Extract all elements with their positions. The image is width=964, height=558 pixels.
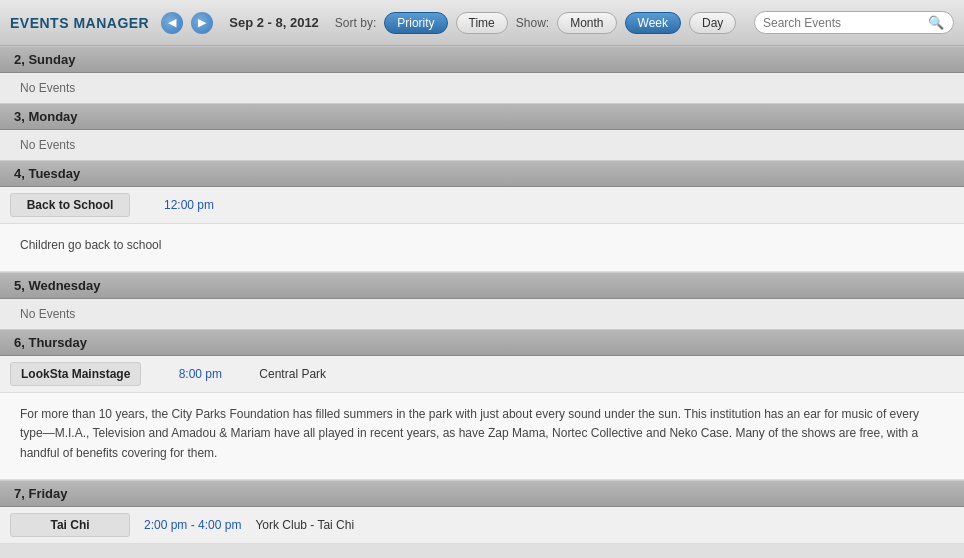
- event-title-back-to-school: Back to School: [10, 193, 130, 217]
- event-time-tai-chi: 2:00 pm - 4:00 pm: [144, 518, 241, 532]
- day-header-monday: 3, Monday: [0, 103, 964, 130]
- show-month-button[interactable]: Month: [557, 12, 616, 34]
- show-label: Show:: [516, 16, 549, 30]
- event-title-looksta: LookSta Mainstage: [10, 362, 141, 386]
- search-icon: 🔍: [928, 15, 944, 30]
- event-row-looksta[interactable]: LookSta Mainstage 8:00 pm Central Park: [0, 356, 964, 393]
- no-events-monday: No Events: [0, 130, 964, 160]
- event-location-looksta: Central Park: [259, 367, 326, 381]
- day-header-friday: 7, Friday: [0, 480, 964, 507]
- sort-priority-button[interactable]: Priority: [384, 12, 447, 34]
- no-events-wednesday: No Events: [0, 299, 964, 329]
- app-title: EVENTS MANAGER: [10, 15, 149, 31]
- event-time-looksta: 8:00 pm: [155, 367, 245, 381]
- search-input[interactable]: [763, 16, 928, 30]
- event-title-tai-chi: Tai Chi: [10, 513, 130, 537]
- day-section-thursday: 6, Thursday LookSta Mainstage 8:00 pm Ce…: [0, 329, 964, 480]
- calendar-content: 2, Sunday No Events 3, Monday No Events …: [0, 46, 964, 558]
- day-section-monday: 3, Monday No Events: [0, 103, 964, 160]
- event-detail-back-to-school: Children go back to school: [0, 224, 964, 272]
- date-range: Sep 2 - 8, 2012: [229, 15, 319, 30]
- next-nav-button[interactable]: ▶: [191, 12, 213, 34]
- day-section-sunday: 2, Sunday No Events: [0, 46, 964, 103]
- event-time-back-to-school: 12:00 pm: [144, 198, 234, 212]
- sort-time-button[interactable]: Time: [456, 12, 508, 34]
- day-header-tuesday: 4, Tuesday: [0, 160, 964, 187]
- day-header-sunday: 2, Sunday: [0, 46, 964, 73]
- search-box[interactable]: 🔍: [754, 11, 954, 34]
- show-week-button[interactable]: Week: [625, 12, 681, 34]
- show-day-button[interactable]: Day: [689, 12, 736, 34]
- event-detail-looksta: For more than 10 years, the City Parks F…: [0, 393, 964, 480]
- sort-label: Sort by:: [335, 16, 376, 30]
- day-header-wednesday: 5, Wednesday: [0, 272, 964, 299]
- day-section-tuesday: 4, Tuesday Back to School 12:00 pm Child…: [0, 160, 964, 272]
- event-row-tai-chi[interactable]: Tai Chi 2:00 pm - 4:00 pm York Club - Ta…: [0, 507, 964, 544]
- event-location-tai-chi: York Club - Tai Chi: [255, 518, 354, 532]
- day-section-friday: 7, Friday Tai Chi 2:00 pm - 4:00 pm York…: [0, 480, 964, 544]
- day-section-wednesday: 5, Wednesday No Events: [0, 272, 964, 329]
- day-header-thursday: 6, Thursday: [0, 329, 964, 356]
- prev-nav-button[interactable]: ◀: [161, 12, 183, 34]
- event-row-back-to-school[interactable]: Back to School 12:00 pm: [0, 187, 964, 224]
- app-header: EVENTS MANAGER ◀ ▶ Sep 2 - 8, 2012 Sort …: [0, 0, 964, 46]
- no-events-sunday: No Events: [0, 73, 964, 103]
